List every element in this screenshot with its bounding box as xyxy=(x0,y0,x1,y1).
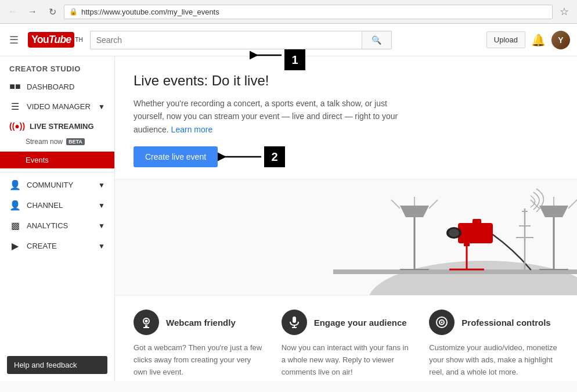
sidebar-divider-1 xyxy=(0,172,114,172)
analytics-label: ANALYTICS xyxy=(27,221,68,230)
sidebar: CREATOR STUDIO ■■ DASHBOARD ☰ VIDEO MANA… xyxy=(0,56,115,381)
community-icon: 👤 xyxy=(9,179,21,190)
search-button[interactable]: 🔍 xyxy=(362,31,392,49)
feature-audience: Engage your audience Now you can interac… xyxy=(282,310,411,378)
video-manager-icon: ☰ xyxy=(9,101,21,112)
live-streaming-header[interactable]: ((●)) LIVE STREAMING xyxy=(9,117,105,135)
stream-now-row[interactable]: Stream now BETA xyxy=(9,135,105,148)
beta-badge: BETA xyxy=(66,138,85,145)
url-input[interactable] xyxy=(81,8,547,16)
create-label: CREATE xyxy=(27,242,57,250)
webcam-icon xyxy=(134,310,159,335)
feature-audience-header: Engage your audience xyxy=(282,310,411,335)
bookmark-star-button[interactable]: ☆ xyxy=(556,3,572,20)
community-chevron-icon: ▼ xyxy=(98,181,105,189)
feature-audience-desc: Now you can interact with your fans in a… xyxy=(282,342,411,378)
search-container: 🔍 xyxy=(90,31,392,49)
feature-controls-desc: Customize your audio/video, monetize you… xyxy=(429,342,558,378)
browser-toolbar: ← → ↻ 🔒 ☆ xyxy=(0,0,577,23)
create-live-event-button[interactable]: Create live event xyxy=(134,146,218,167)
live-streaming-icon: ((●)) xyxy=(9,121,25,131)
svg-marker-22 xyxy=(539,206,568,217)
live-streaming-section: ((●)) LIVE STREAMING Stream now BETA xyxy=(0,117,114,150)
feature-webcam-title: Webcam friendly xyxy=(166,318,236,328)
help-feedback-button[interactable]: Help and feedback xyxy=(7,356,107,374)
svg-line-18 xyxy=(429,200,438,208)
svg-point-39 xyxy=(441,322,443,323)
svg-rect-34 xyxy=(293,317,296,323)
hero-title: Live events: Do it live! xyxy=(134,73,558,89)
main-content: Live events: Do it live! Whether you're … xyxy=(115,56,577,381)
live-streaming-label: LIVE STREAMING xyxy=(30,122,94,131)
hamburger-menu-button[interactable]: ☰ xyxy=(7,31,21,49)
video-manager-label: VIDEO MANAGER xyxy=(27,102,91,111)
reload-button[interactable]: ↻ xyxy=(44,3,60,20)
feature-controls-title: Professional controls xyxy=(461,318,550,328)
feature-webcam: Webcam friendly Got a webcam? Then you'r… xyxy=(134,310,263,378)
stream-now-label: Stream now xyxy=(26,138,63,146)
browser-chrome: ← → ↻ 🔒 ☆ xyxy=(0,0,577,24)
svg-line-16 xyxy=(391,200,400,208)
svg-point-2 xyxy=(368,261,577,295)
sidebar-item-dashboard[interactable]: ■■ DASHBOARD xyxy=(0,77,114,96)
dashboard-icon: ■■ xyxy=(9,81,21,92)
annotation-2-arrow xyxy=(218,145,264,168)
upload-button[interactable]: Upload xyxy=(486,31,525,48)
hero-description: Whether you're recording a concert, a sp… xyxy=(134,97,401,136)
search-input[interactable] xyxy=(90,31,362,49)
notification-button[interactable]: 🔔 xyxy=(531,33,546,47)
dashboard-label: DASHBOARD xyxy=(27,82,74,91)
community-label: COMMUNITY xyxy=(27,181,73,189)
youtube-logo-box: YouTube xyxy=(28,32,74,48)
youtube-header: ☰ YouTube TH 🔍 Upload 🔔 Y xyxy=(0,24,577,56)
controls-icon xyxy=(429,310,455,335)
svg-line-25 xyxy=(568,200,577,208)
avatar[interactable]: Y xyxy=(551,31,570,49)
header-actions: Upload 🔔 Y xyxy=(486,31,570,49)
channel-label: CHANNEL xyxy=(27,201,63,210)
features-section: Webcam friendly Got a webcam? Then you'r… xyxy=(115,295,577,381)
feature-audience-title: Engage your audience xyxy=(314,318,407,328)
annotation-box-2: 2 xyxy=(264,146,285,167)
sidebar-item-events[interactable]: Events xyxy=(0,152,114,168)
channel-icon: 👤 xyxy=(9,200,21,211)
lock-icon: 🔒 xyxy=(69,8,78,16)
live-event-illustration xyxy=(333,179,577,295)
feature-webcam-desc: Got a webcam? Then you're just a few cli… xyxy=(134,342,263,378)
sidebar-item-video-manager[interactable]: ☰ VIDEO MANAGER ▼ xyxy=(0,96,114,117)
svg-rect-33 xyxy=(143,327,149,328)
address-bar: 🔒 xyxy=(64,5,553,19)
learn-more-link[interactable]: Learn more xyxy=(171,125,213,134)
youtube-logo-text: YouTube xyxy=(31,34,71,46)
creator-studio-header: CREATOR STUDIO xyxy=(0,56,114,77)
youtube-logo-th: TH xyxy=(75,37,82,43)
feature-webcam-header: Webcam friendly xyxy=(134,310,263,335)
annotation-2-container: 2 xyxy=(218,145,285,168)
hero-image-area xyxy=(115,179,577,295)
back-button[interactable]: ← xyxy=(5,3,21,20)
svg-point-10 xyxy=(449,229,459,237)
microphone-icon xyxy=(282,310,307,335)
hero-section: Live events: Do it live! Whether you're … xyxy=(115,56,577,179)
feature-controls-header: Professional controls xyxy=(429,310,558,335)
forward-button[interactable]: → xyxy=(24,3,41,20)
create-icon: ▶ xyxy=(9,240,21,251)
feature-controls: Professional controls Customize your aud… xyxy=(429,310,558,378)
sidebar-item-channel[interactable]: 👤 CHANNEL ▼ xyxy=(0,195,114,215)
sidebar-item-community[interactable]: 👤 COMMUNITY ▼ xyxy=(0,175,114,195)
svg-rect-8 xyxy=(458,223,493,243)
svg-marker-15 xyxy=(400,206,429,217)
svg-point-31 xyxy=(145,320,148,323)
sidebar-item-analytics[interactable]: ▩ ANALYTICS ▼ xyxy=(0,215,114,236)
svg-rect-11 xyxy=(473,219,481,225)
create-chevron-icon: ▼ xyxy=(98,242,105,250)
app-layout: CREATOR STUDIO ■■ DASHBOARD ☰ VIDEO MANA… xyxy=(0,56,577,381)
sidebar-item-create[interactable]: ▶ CREATE ▼ xyxy=(0,236,114,256)
analytics-chevron-icon: ▼ xyxy=(98,222,105,230)
analytics-icon: ▩ xyxy=(9,220,21,231)
video-manager-chevron-icon: ▼ xyxy=(98,103,105,111)
channel-chevron-icon: ▼ xyxy=(98,202,105,210)
youtube-logo[interactable]: YouTube TH xyxy=(28,32,83,48)
